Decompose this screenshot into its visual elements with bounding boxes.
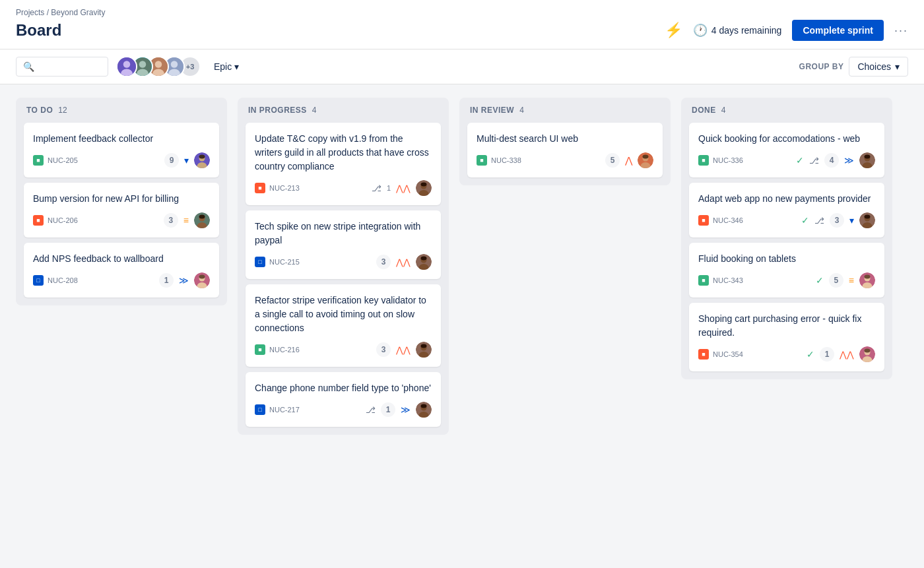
- choices-button[interactable]: Choices ▾: [849, 57, 908, 77]
- card-footer: ■ NUC-205 9▾: [33, 152, 210, 168]
- check-icon: ✓: [801, 215, 809, 226]
- card-id-section: ■ NUC-354: [698, 349, 743, 360]
- task-card[interactable]: Implement feedback collector ■ NUC-205 9…: [24, 123, 219, 177]
- card-id-section: ■ NUC-205: [33, 155, 78, 166]
- card-id-section: ■ NUC-338: [477, 155, 521, 166]
- card-id: NUC-338: [491, 156, 521, 164]
- column-todo: TO DO 12 Implement feedback collector ■ …: [16, 98, 227, 305]
- card-meta: 5⋀: [605, 152, 653, 168]
- card-title: Fluid booking on tablets: [698, 252, 875, 266]
- svg-point-59: [865, 349, 871, 353]
- card-meta: ⎇1≫: [366, 402, 432, 418]
- type-badge: ■: [255, 183, 265, 193]
- svg-point-23: [199, 275, 205, 279]
- task-card[interactable]: Refactor stripe verification key validat…: [246, 284, 441, 367]
- card-id-section: ■ NUC-216: [255, 344, 300, 355]
- svg-point-27: [421, 183, 427, 187]
- avatar-group: +3: [116, 56, 201, 77]
- card-footer: □ NUC-217 ⎇1≫: [255, 402, 432, 418]
- task-card[interactable]: Quick booking for accomodations - web ■ …: [689, 123, 884, 177]
- svg-point-10: [171, 61, 178, 68]
- type-badge: ■: [698, 349, 709, 360]
- board: TO DO 12 Implement feedback collector ■ …: [0, 84, 924, 448]
- card-meta: 1≫: [159, 272, 210, 288]
- task-card[interactable]: Update T&C copy with v1.9 from the write…: [246, 123, 441, 205]
- task-card[interactable]: Multi-dest search UI web ■ NUC-338 5⋀: [467, 123, 663, 177]
- card-meta: 3⋀⋀: [376, 342, 432, 358]
- branch-icon: ⎇: [366, 405, 376, 415]
- timer-section: 🕐 4 days remaining: [693, 23, 782, 38]
- task-card[interactable]: Adapt web app no new payments provider ■…: [689, 183, 884, 237]
- card-footer: ■ NUC-346 ✓⎇3▾: [698, 212, 875, 228]
- card-id-section: ■ NUC-336: [698, 155, 743, 166]
- card-meta: ✓5≡: [816, 272, 875, 288]
- card-id: NUC-343: [713, 276, 743, 284]
- search-box[interactable]: 🔍: [16, 57, 108, 77]
- svg-point-31: [421, 257, 427, 261]
- priority-icon: ⋀: [625, 155, 632, 166]
- type-badge: □: [33, 275, 44, 286]
- svg-point-4: [139, 61, 147, 68]
- clock-icon: 🕐: [693, 23, 708, 38]
- column-count-done: 4: [721, 106, 726, 115]
- assignee-avatar: [638, 152, 653, 168]
- card-meta: ⎇1⋀⋀: [372, 180, 432, 196]
- type-badge: ■: [33, 155, 44, 166]
- group-by-label: GROUP BY: [799, 62, 844, 71]
- task-card[interactable]: Tech spike on new stripe integration wit…: [246, 210, 441, 279]
- card-points: 5: [605, 153, 620, 168]
- card-title: Add NPS feedback to wallboard: [33, 252, 210, 266]
- card-footer: □ NUC-208 1≫: [33, 272, 210, 288]
- epic-filter-button[interactable]: Epic ▾: [209, 59, 244, 75]
- card-title: Tech spike on new stripe integration wit…: [255, 220, 432, 247]
- breadcrumb: Projects / Beyond Gravity: [16, 8, 908, 17]
- card-id: NUC-336: [713, 156, 743, 164]
- type-badge: ■: [255, 344, 265, 355]
- card-id-section: ■ NUC-343: [698, 275, 743, 286]
- card-points: 1: [820, 347, 834, 362]
- svg-point-35: [421, 344, 427, 348]
- days-remaining: 4 days remaining: [711, 25, 782, 36]
- column-title-inprogress: IN PROGRESS: [248, 106, 307, 115]
- card-id: NUC-213: [269, 184, 300, 192]
- search-input[interactable]: [38, 61, 104, 72]
- card-footer: ■ NUC-213 ⎇1⋀⋀: [255, 180, 432, 196]
- column-done: DONE 4 Quick booking for accomodations -…: [681, 98, 892, 379]
- task-card[interactable]: Bump version for new API for billing ■ N…: [24, 183, 219, 237]
- column-count-inreview: 4: [519, 106, 524, 115]
- svg-point-7: [155, 61, 162, 68]
- card-id-section: □ NUC-217: [255, 404, 300, 415]
- card-points: 3: [376, 342, 391, 357]
- svg-point-1: [123, 61, 131, 68]
- type-badge: □: [255, 404, 265, 415]
- card-points: 5: [829, 273, 843, 288]
- svg-point-47: [865, 155, 871, 159]
- card-points: 3: [376, 255, 391, 269]
- branch-icon: ⎇: [814, 216, 824, 226]
- toolbar-right: GROUP BY Choices ▾: [799, 57, 908, 77]
- type-badge: □: [255, 257, 265, 267]
- lightning-icon[interactable]: ⚡: [665, 22, 682, 39]
- card-id-section: □ NUC-215: [255, 257, 300, 267]
- task-card[interactable]: Add NPS feedback to wallboard □ NUC-208 …: [24, 243, 219, 298]
- card-title: Change phone number field type to 'phone…: [255, 381, 432, 395]
- priority-icon: ≡: [183, 215, 189, 226]
- card-meta: ✓⎇4≫: [796, 152, 875, 168]
- task-card[interactable]: Shoping cart purchasing error - quick fi…: [689, 303, 884, 371]
- svg-point-15: [199, 155, 205, 159]
- card-id: NUC-217: [269, 406, 300, 414]
- card-points: 3: [164, 213, 178, 228]
- card-meta: 3≡: [164, 212, 210, 228]
- priority-icon: ⋀⋀: [396, 258, 411, 267]
- more-options-button[interactable]: ···: [894, 24, 908, 38]
- priority-icon: ⋀⋀: [396, 346, 411, 354]
- column-inprogress: IN PROGRESS 4 Update T&C copy with v1.9 …: [238, 98, 449, 435]
- svg-point-51: [865, 215, 871, 219]
- branch-icon: ⎇: [372, 183, 381, 193]
- complete-sprint-button[interactable]: Complete sprint: [792, 20, 884, 41]
- card-footer: ■ NUC-343 ✓5≡: [698, 272, 875, 288]
- avatar-1[interactable]: [116, 56, 137, 77]
- task-card[interactable]: Fluid booking on tablets ■ NUC-343 ✓5≡: [689, 243, 884, 298]
- card-title: Bump version for new API for billing: [33, 192, 210, 206]
- task-card[interactable]: Change phone number field type to 'phone…: [246, 372, 441, 427]
